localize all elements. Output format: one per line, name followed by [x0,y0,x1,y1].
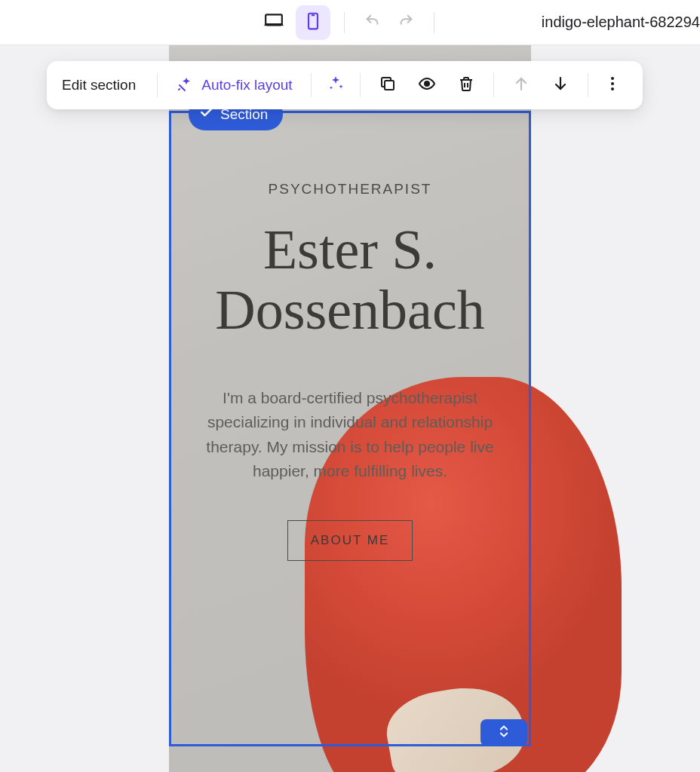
svg-point-4 [425,81,429,86]
divider [588,73,588,97]
divider [344,12,345,33]
redo-icon [398,13,414,32]
mobile-preview-frame[interactable]: Section PSYCHOTHERAPIST Ester S. Dossenb… [169,45,531,772]
auto-fix-label: Auto-fix layout [201,77,292,93]
svg-point-9 [611,87,614,90]
about-me-button[interactable]: ABOUT ME [287,520,413,561]
svg-point-8 [611,82,614,85]
hero-title[interactable]: Ester S. Dossenbach [196,220,504,341]
arrow-down-icon [551,75,570,96]
sparkle-icon [327,75,345,96]
mobile-icon [303,11,323,34]
copy-icon [379,75,397,96]
svg-rect-3 [385,81,394,90]
undo-icon [364,13,381,32]
project-name[interactable]: indigo-elephant-682294 [542,14,700,31]
section-edit-toolbar: Edit section Auto-fix layout [47,61,643,109]
divider [360,73,361,97]
move-up-button[interactable] [502,69,541,102]
visibility-button[interactable] [407,69,447,102]
move-down-button[interactable] [541,69,580,102]
kebab-icon [603,75,622,96]
mobile-preview-content: Section PSYCHOTHERAPIST Ester S. Dossenb… [169,45,531,772]
redo-button[interactable] [391,8,420,37]
hero-eyebrow[interactable]: PSYCHOTHERAPIST [196,181,504,198]
magic-wand-icon [176,75,194,96]
divider [157,73,158,97]
undo-button[interactable] [358,8,387,37]
app-topbar: indigo-elephant-682294 [0,0,700,45]
ai-sparkle-button[interactable] [319,69,352,102]
delete-button[interactable] [447,69,486,102]
divider [311,73,312,97]
more-options-button[interactable] [596,69,629,102]
hero-section: PSYCHOTHERAPIST Ester S. Dossenbach I'm … [169,181,531,561]
mobile-view-button[interactable] [296,5,330,40]
toolbar-action-group [368,69,486,102]
svg-point-7 [611,77,614,80]
divider [493,73,494,97]
desktop-view-button[interactable] [256,5,291,40]
desktop-icon [264,11,284,34]
auto-fix-layout-button[interactable]: Auto-fix layout [165,75,302,96]
eye-icon [418,75,436,96]
arrow-up-icon [512,75,530,96]
toolbar-move-group [502,69,580,102]
divider [434,12,434,33]
device-toggle-group [256,5,444,40]
canvas-area: Edit section Auto-fix layout [0,45,700,772]
duplicate-button[interactable] [368,69,407,102]
trash-icon [457,75,475,96]
hero-description[interactable]: I'm a board-certified psychotherapist sp… [196,386,504,484]
edit-section-button[interactable]: Edit section [62,77,149,93]
